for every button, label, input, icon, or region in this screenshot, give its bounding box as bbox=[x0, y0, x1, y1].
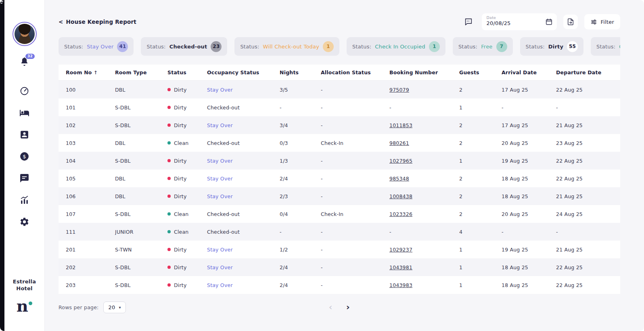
column-header-departure-date[interactable]: Departure Date bbox=[556, 69, 620, 75]
booking-number-link[interactable]: 1027965 bbox=[389, 158, 412, 164]
cell-room-type: S-DBL bbox=[115, 282, 167, 288]
status-dot-icon bbox=[167, 266, 171, 269]
booking-number-link[interactable]: 975079 bbox=[389, 87, 409, 93]
sidebar-item-billing[interactable]: $ bbox=[19, 151, 29, 161]
cell-status: Dirty bbox=[167, 247, 207, 253]
column-header-allocation-status[interactable]: Allocation Status bbox=[321, 69, 389, 75]
cell-allocation-status: - bbox=[321, 229, 389, 235]
cell-booking-number: 1008438 bbox=[389, 193, 459, 199]
occupancy-status-link[interactable]: Stay Over bbox=[207, 158, 233, 164]
table-row: 111JUNIORCleanChecked-out---4-- bbox=[59, 223, 620, 241]
occupancy-status: Checked-out bbox=[207, 229, 240, 235]
cell-booking-number: 975079 bbox=[389, 87, 459, 93]
booking-number-link[interactable]: 1023326 bbox=[389, 211, 412, 217]
status-dot-icon bbox=[167, 177, 171, 180]
occupancy-status-link[interactable]: Stay Over bbox=[207, 193, 233, 199]
next-page-button[interactable]: › bbox=[346, 303, 350, 312]
booking-number-link[interactable]: 1011853 bbox=[389, 122, 412, 128]
status-chip-stay-over[interactable]: Status:Stay Over41 bbox=[59, 37, 134, 56]
chip-status-value: Dirty bbox=[548, 44, 563, 50]
cell-room-type: DBL bbox=[115, 193, 167, 199]
topbar: < House Keeping Report Date 20/08/25 bbox=[59, 13, 620, 31]
cell-guests: 4 bbox=[459, 229, 502, 235]
cell-guests: 2 bbox=[459, 122, 502, 128]
booking-number-link[interactable]: 1043981 bbox=[389, 264, 412, 270]
column-header-nights[interactable]: Nights bbox=[280, 69, 321, 75]
table-row: 201S-TWNDirtyStay Over1/2-1029237119 Aug… bbox=[59, 241, 620, 258]
cell-occupancy-status: Stay Over bbox=[207, 176, 280, 182]
booking-number-link[interactable]: 985348 bbox=[389, 176, 409, 182]
booking-number-link[interactable]: 1029237 bbox=[389, 247, 412, 253]
cell-allocation-status: - bbox=[321, 105, 389, 111]
occupancy-status-link[interactable]: Stay Over bbox=[207, 264, 233, 270]
status-label: Dirty bbox=[174, 176, 187, 182]
chip-status-value: Will Check-out Today bbox=[263, 44, 319, 50]
cell-departure-date: 22 Aug 25 bbox=[556, 87, 620, 93]
chip-status-label: Status: bbox=[352, 44, 371, 50]
table-row: 101S-DBLDirtyChecked-out---1-- bbox=[59, 98, 620, 116]
occupancy-status-link[interactable]: Stay Over bbox=[207, 87, 233, 93]
cell-departure-date: 21 Aug 25 bbox=[556, 247, 620, 253]
sidebar-item-guests[interactable] bbox=[19, 130, 29, 140]
occupancy-status-link[interactable]: Stay Over bbox=[207, 247, 233, 253]
column-header-guests[interactable]: Guests bbox=[459, 69, 502, 75]
back-button[interactable]: < bbox=[59, 19, 63, 25]
column-header-booking-number[interactable]: Booking Number bbox=[389, 69, 459, 75]
dashboard-icon bbox=[19, 86, 29, 96]
occupancy-status-link[interactable]: Stay Over bbox=[207, 122, 233, 128]
column-header-room-no[interactable]: Room No↑ bbox=[59, 69, 115, 75]
cell-allocation-status: Check-In bbox=[321, 211, 389, 217]
status-label: Dirty bbox=[174, 264, 187, 270]
status-chip-checked-out[interactable]: Status:Checked-out23 bbox=[141, 37, 227, 56]
status-chip-check-in-occupied[interactable]: Status:Check In Occupied1 bbox=[347, 37, 445, 56]
cell-allocation-status: - bbox=[321, 247, 389, 253]
column-header-room-type[interactable]: Room Type bbox=[115, 69, 167, 75]
cell-departure-date: 23 Aug 25 bbox=[556, 140, 620, 146]
column-header-arrival-date[interactable]: Arrival Date bbox=[502, 69, 556, 75]
sidebar: 32 $ Estrella bbox=[4, 0, 45, 331]
occupancy-status: Checked-out bbox=[207, 211, 240, 217]
occupancy-status-link[interactable]: Stay Over bbox=[207, 176, 233, 182]
guest-card-icon bbox=[19, 130, 29, 140]
feedback-button[interactable] bbox=[462, 15, 475, 29]
booking-number-link[interactable]: 1008438 bbox=[389, 193, 412, 199]
bed-icon bbox=[19, 108, 29, 118]
calendar-icon[interactable] bbox=[545, 18, 553, 26]
sidebar-item-rooms[interactable] bbox=[19, 108, 29, 118]
sidebar-item-reports[interactable] bbox=[19, 195, 29, 205]
status-chip-dirty[interactable]: Status:Dirty55 bbox=[520, 37, 584, 56]
table-row: 203S-DBLDirtyStay Over2/4-1043983118 Aug… bbox=[59, 276, 620, 294]
sidebar-item-messages[interactable] bbox=[19, 173, 29, 183]
cell-room-type: S-DBL bbox=[115, 122, 167, 128]
dollar-icon: $ bbox=[19, 151, 29, 161]
export-button[interactable] bbox=[563, 15, 578, 29]
previous-page-button[interactable]: ‹ bbox=[329, 303, 332, 312]
chip-count-badge: 7 bbox=[496, 41, 507, 52]
logo-dot bbox=[29, 302, 32, 305]
sidebar-item-dashboard[interactable] bbox=[19, 86, 29, 96]
cell-arrival-date: 20 Aug 25 bbox=[502, 211, 556, 217]
rows-per-page-select[interactable]: 20 ▾ bbox=[103, 302, 125, 313]
status-chip-clean[interactable]: Status:Clean bbox=[591, 37, 620, 56]
booking-number-link[interactable]: 980261 bbox=[389, 140, 409, 146]
column-header-occupancy-status[interactable]: Occupancy Status bbox=[207, 69, 280, 75]
cell-arrival-date: 17 Aug 25 bbox=[502, 87, 556, 93]
occupancy-status-link[interactable]: Stay Over bbox=[207, 282, 233, 288]
booking-number-link[interactable]: 1043983 bbox=[389, 282, 412, 288]
date-field[interactable]: Date 20/08/25 bbox=[482, 13, 557, 30]
filter-button[interactable]: Filter bbox=[584, 14, 620, 29]
status-chip-free[interactable]: Status:Free7 bbox=[453, 37, 513, 56]
brand-logo: n bbox=[17, 298, 32, 314]
status-chip-will-check-out-today[interactable]: Status:Will Check-out Today1 bbox=[234, 37, 339, 56]
sort-asc-icon: ↑ bbox=[94, 70, 98, 75]
left-edge-strip bbox=[0, 0, 4, 331]
sidebar-item-settings[interactable] bbox=[19, 217, 29, 227]
cell-room-no: 106 bbox=[59, 193, 115, 199]
status-label: Dirty bbox=[174, 158, 187, 164]
notifications-button[interactable]: 32 bbox=[19, 57, 29, 68]
cell-nights: 2/4 bbox=[280, 282, 321, 288]
column-header-status[interactable]: Status bbox=[167, 69, 207, 75]
chip-count-badge: 1 bbox=[429, 41, 440, 52]
cell-status: Dirty bbox=[167, 264, 207, 270]
user-avatar[interactable] bbox=[13, 22, 37, 46]
